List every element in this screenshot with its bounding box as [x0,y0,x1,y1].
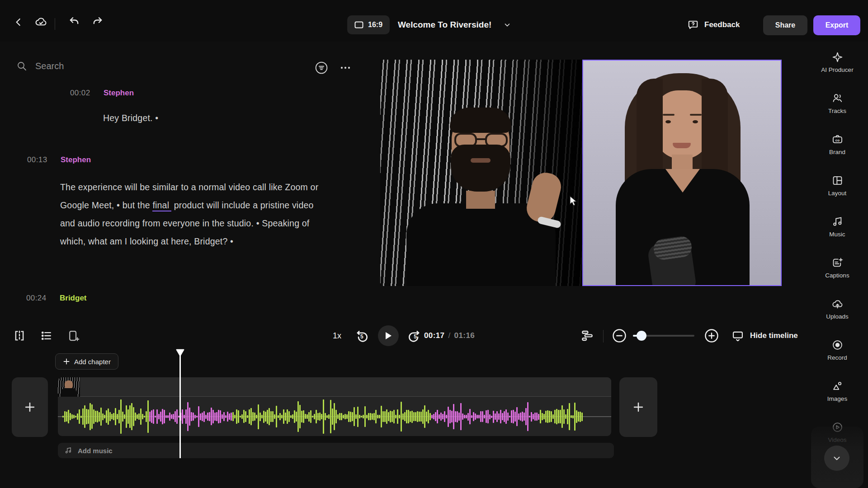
sidebar-item-ai-producer[interactable]: AI Producer [812,51,863,73]
sidebar-item-label: Tracks [828,108,846,114]
sidebar-item-music[interactable]: Music [812,216,863,238]
audio-waveform[interactable] [58,397,611,436]
split-clip-icon[interactable] [13,322,26,350]
add-music-track[interactable]: Add music [58,443,614,458]
svg-text:5: 5 [360,333,363,340]
playback-speed[interactable]: 1x [333,322,341,350]
chevron-down-icon [503,21,511,29]
sidebar-item-label: Brand [829,149,845,155]
add-clip-before-button[interactable] [12,377,48,437]
timeline-zoom-slider[interactable] [633,335,694,337]
transcript-paragraph[interactable]: The experience will be similar to a norm… [60,178,324,250]
sidebar-item-images[interactable]: Images [812,380,863,402]
playhead-line[interactable] [179,352,181,458]
zoom-in-icon[interactable] [703,322,720,350]
svg-text:5: 5 [414,333,417,340]
play-button[interactable] [378,325,399,346]
transcript-speaker[interactable]: Stephen [104,89,134,98]
add-scene-icon[interactable] [67,322,80,350]
project-title-dropdown[interactable]: Welcome To Riverside! [398,15,511,34]
sidebar-item-label: AI Producer [821,66,853,73]
tools-sidebar: AI ProducerTrackscoBrandLayoutMusicCapti… [812,51,863,443]
more-options-icon[interactable] [338,61,353,75]
sidebar-item-label: Music [829,231,845,238]
slider-knob[interactable] [637,331,646,341]
transcript-text[interactable]: Hey Bridget. • [103,113,158,123]
hide-timeline-label: Hide timeline [750,331,798,340]
video-preview[interactable] [380,60,782,286]
transcript-block-header: 00:24 Bridget [26,294,87,303]
feedback-icon [687,19,699,31]
transcript-search[interactable]: Search [16,61,64,71]
aspect-ratio-label: 16:9 [368,21,382,29]
list-view-icon[interactable] [40,322,53,350]
transcript-timestamp: 00:24 [26,294,48,303]
cloud-sync-icon[interactable] [34,15,48,29]
person-eye [693,120,698,123]
transcript-timestamp: 00:02 [70,89,92,98]
images-icon [831,380,844,392]
time-display: 00:17 / 01:16 [424,322,475,350]
control-divider [603,330,604,343]
time-separator: / [448,331,450,340]
speaker-video-stephen[interactable] [380,60,582,286]
topbar-divider [55,18,55,30]
monitor-icon [731,329,744,342]
search-placeholder: Search [35,61,64,71]
current-time: 00:17 [424,331,444,340]
sidebar-item-label: Captions [825,272,849,279]
layout-icon [831,174,844,187]
sidebar-item-record[interactable]: Record [812,339,863,361]
record-icon [831,339,844,351]
sidebar-item-tracks[interactable]: Tracks [812,92,863,114]
hide-timeline-button[interactable]: Hide timeline [731,322,798,350]
clip-header[interactable] [58,377,611,397]
captions-icon [831,257,844,269]
person-mouth [673,143,691,148]
person-hair [450,108,511,133]
sidebar-item-label: Layout [828,190,847,197]
transcript-block-header: 00:13 Stephen [27,155,91,164]
highlighted-word[interactable]: final [152,200,171,211]
top-bar: 16:9 Welcome To Riverside! Feedback Shar… [0,0,868,42]
sidebar-item-label: Images [827,395,847,402]
export-button[interactable]: Export [813,15,860,35]
zoom-out-icon[interactable] [611,322,627,350]
feedback-button[interactable]: Feedback [687,15,740,34]
tracks-icon [831,92,844,104]
timeline-clip[interactable] [58,377,611,436]
uploads-icon [831,298,844,310]
playback-control-bar: 1x 5 5 00:17 / 01:16 Hide timeline [0,322,868,350]
search-icon [16,61,27,71]
music-icon [831,216,844,228]
plus-icon [63,358,70,365]
forward-5-icon[interactable]: 5 [407,322,421,350]
undo-icon[interactable] [68,15,80,28]
add-clip-after-button[interactable] [619,377,657,437]
sidebar-scroll-down-button[interactable] [824,446,849,471]
ai-producer-icon [831,51,844,63]
sidebar-item-uploads[interactable]: Uploads [812,298,863,320]
music-note-icon [64,446,72,455]
person-brow [663,114,675,116]
sidebar-item-layout[interactable]: Layout [812,174,863,197]
speaker-video-bridget-selected[interactable] [582,60,782,286]
person-beard [451,145,510,192]
add-music-label: Add music [78,447,113,455]
sidebar-item-brand[interactable]: coBrand [812,133,863,155]
feedback-label: Feedback [704,20,740,29]
redo-icon[interactable] [91,15,104,28]
share-button[interactable]: Share [763,15,807,35]
add-chapter-button[interactable]: Add chapter [55,353,118,370]
aspect-ratio-icon [354,21,363,28]
transcript-timestamp: 00:13 [27,155,49,164]
back-icon[interactable] [13,16,24,28]
rewind-5-icon[interactable]: 5 [355,322,369,350]
aspect-ratio-badge[interactable]: 16:9 [347,15,390,34]
svg-text:co: co [835,138,839,142]
track-layers-icon[interactable] [580,322,594,350]
transcript-speaker[interactable]: Stephen [61,155,91,164]
transcript-speaker[interactable]: Bridget [60,294,87,303]
sidebar-item-captions[interactable]: Captions [812,257,863,279]
filter-icon[interactable] [314,61,329,75]
